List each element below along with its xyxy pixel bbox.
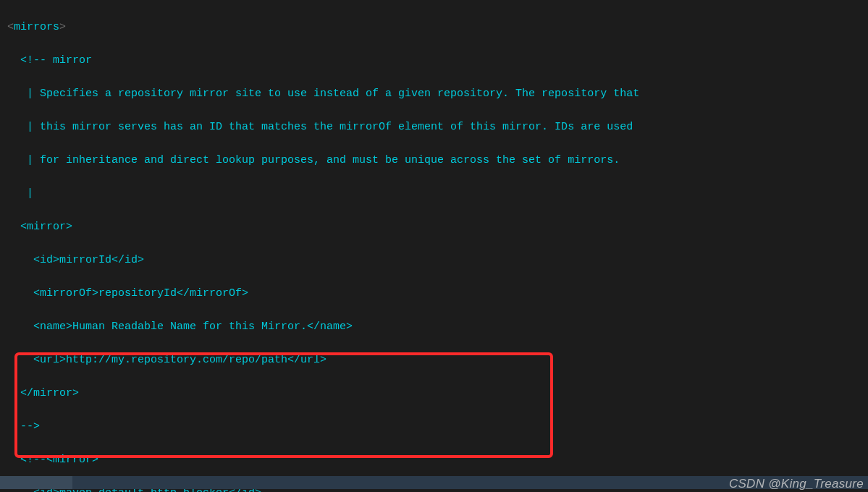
code-line: <url>http://my.repository.com/repo/path<… <box>7 352 868 368</box>
status-segment <box>0 476 72 489</box>
code-line: --> <box>7 418 868 435</box>
code-line: | Specifies a repository mirror site to … <box>7 85 868 102</box>
watermark-text: CSDN @King_Treasure <box>729 475 864 492</box>
code-line: <mirrors> <box>7 19 868 35</box>
code-line: | <box>7 185 868 202</box>
code-line: <!-- mirror <box>7 52 868 69</box>
code-line: </mirror> <box>7 385 868 402</box>
code-line: | this mirror serves has an ID that matc… <box>7 119 868 135</box>
code-editor[interactable]: <mirrors> <!-- mirror | Specifies a repo… <box>0 0 868 492</box>
code-line: <id>mirrorId</id> <box>7 252 868 268</box>
code-line: <name>Human Readable Name for this Mirro… <box>7 318 868 335</box>
code-line: <mirror> <box>7 219 868 235</box>
code-line: | for inheritance and direct lookup purp… <box>7 152 868 169</box>
code-line: <!--<mirror> <box>7 451 868 468</box>
code-line: <mirrorOf>repositoryId</mirrorOf> <box>7 285 868 302</box>
